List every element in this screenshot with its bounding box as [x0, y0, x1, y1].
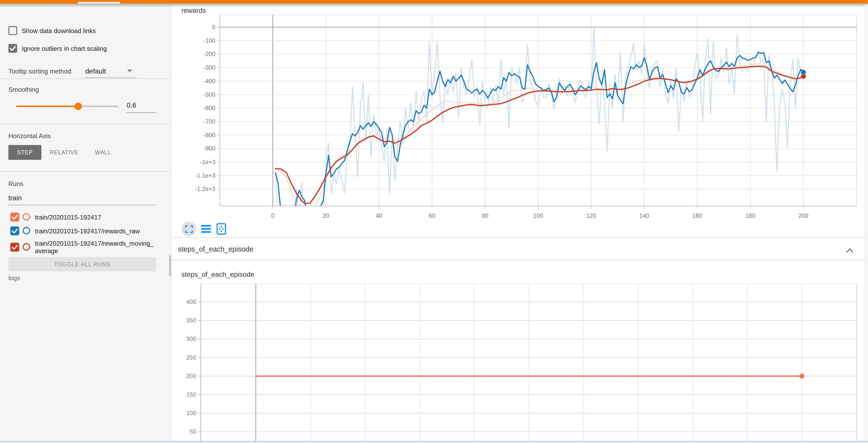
- steps-of-each-episode-chart[interactable]: 40035030025020015010050: [172, 261, 868, 443]
- svg-text:-1e+3: -1e+3: [200, 158, 215, 165]
- svg-text:140: 140: [639, 212, 649, 219]
- chart-toolbar: [181, 221, 227, 237]
- expand-chart-icon[interactable]: [181, 222, 196, 236]
- steps-chart-title: steps_of_each_episode: [181, 270, 254, 278]
- rewards-chart[interactable]: 0-100-200-300-400-500-600-700-800-900-1e…: [172, 7, 868, 238]
- run-color-circle[interactable]: [23, 227, 30, 234]
- run-checkbox[interactable]: [10, 243, 19, 252]
- ignore-outliers-checkbox[interactable]: [8, 44, 17, 53]
- svg-text:-700: -700: [204, 118, 215, 125]
- svg-text:-900: -900: [204, 145, 215, 152]
- runs-group-logs-label: logs: [8, 274, 20, 282]
- svg-text:180: 180: [745, 212, 755, 219]
- axis-wall-button[interactable]: WALL: [89, 145, 117, 160]
- check-icon: [9, 45, 17, 52]
- svg-text:100: 100: [533, 212, 543, 219]
- check-icon: [11, 243, 19, 251]
- horizontal-axis-label: Horizontal Axis: [8, 132, 51, 140]
- toggle-log-scale-icon[interactable]: [200, 224, 212, 234]
- vertical-scrollbar-track[interactable]: [865, 4, 868, 441]
- smoothing-slider-thumb[interactable]: [74, 102, 82, 110]
- smoothing-value-input[interactable]: [127, 101, 156, 109]
- tensorboard-app: Show data download links Ignore outliers…: [0, 0, 868, 443]
- settings-sidebar: Show data download links Ignore outliers…: [0, 3, 172, 443]
- show-data-download-links-checkbox[interactable]: [8, 26, 17, 35]
- axis-step-button[interactable]: STEP: [8, 145, 41, 160]
- app-header-bar: [0, 0, 868, 3]
- svg-text:-100: -100: [204, 37, 215, 44]
- active-tab-indicator: [78, 2, 120, 3]
- svg-text:250: 250: [186, 354, 196, 361]
- run-checkbox[interactable]: [10, 227, 19, 235]
- svg-text:60: 60: [429, 212, 435, 219]
- svg-text:100: 100: [186, 410, 196, 416]
- svg-text:-1.2e+3: -1.2e+3: [195, 185, 215, 192]
- section-header-steps-of-each-episode[interactable]: steps_of_each_episode: [172, 238, 868, 260]
- section-title: steps_of_each_episode: [178, 245, 253, 253]
- fit-domain-to-data-icon[interactable]: [216, 224, 227, 234]
- runs-filter-input[interactable]: [8, 194, 154, 202]
- horizontal-scrollbar-edge[interactable]: [0, 441, 868, 443]
- svg-text:150: 150: [186, 391, 196, 398]
- run-checkbox[interactable]: [10, 213, 19, 222]
- svg-text:-300: -300: [204, 64, 215, 71]
- tooltip-sorting-label: Tooltip sorting method:: [8, 67, 73, 75]
- tooltip-sorting-dropdown[interactable]: default: [85, 67, 106, 75]
- divider: [172, 260, 868, 261]
- runs-label: Runs: [8, 180, 23, 187]
- run-row: train/20201015-192417/rewards_raw: [0, 227, 172, 236]
- ignore-outliers-label: Ignore outliers in chart scaling: [22, 45, 107, 52]
- chevron-up-icon[interactable]: [846, 246, 853, 255]
- svg-text:160: 160: [692, 212, 702, 219]
- svg-text:350: 350: [186, 317, 196, 324]
- tooltip-sorting-underline: [85, 78, 136, 78]
- svg-text:-1.1e+3: -1.1e+3: [195, 172, 215, 179]
- run-row: train/20201015-192417: [0, 213, 172, 223]
- header-shadow: [0, 3, 868, 7]
- svg-text:-500: -500: [204, 91, 215, 98]
- svg-text:300: 300: [186, 335, 196, 342]
- run-name: train/20201015-192417/rewards_moving_ave…: [35, 240, 156, 255]
- svg-text:80: 80: [482, 212, 489, 219]
- divider: [0, 79, 172, 79]
- sidebar-scrollbar-thumb[interactable]: [169, 255, 171, 276]
- smoothing-slider[interactable]: [16, 106, 119, 107]
- svg-text:200: 200: [799, 212, 808, 219]
- check-icon: [11, 227, 19, 235]
- svg-text:-800: -800: [204, 132, 215, 138]
- run-color-circle[interactable]: [23, 213, 30, 220]
- axis-relative-button[interactable]: RELATIVE: [47, 145, 81, 160]
- svg-text:40: 40: [376, 212, 382, 219]
- run-row: train/20201015-192417/rewards_moving_ave…: [0, 239, 172, 256]
- svg-text:50: 50: [189, 428, 196, 435]
- svg-text:200: 200: [186, 373, 196, 379]
- run-name: train/20201015-192417/rewards_raw: [35, 228, 156, 235]
- divider: [0, 171, 172, 172]
- toggle-all-runs-button[interactable]: TOGGLE ALL RUNS: [8, 257, 156, 271]
- smoothing-value-underline: [127, 113, 156, 113]
- svg-text:-200: -200: [204, 51, 215, 57]
- runs-filter-underline: [8, 205, 155, 205]
- check-icon: [11, 213, 19, 221]
- svg-text:-600: -600: [204, 105, 215, 111]
- svg-text:20: 20: [322, 212, 329, 219]
- svg-text:400: 400: [186, 298, 196, 305]
- svg-text:-400: -400: [204, 78, 215, 84]
- show-data-download-links-label: Show data download links: [22, 27, 96, 34]
- svg-text:0: 0: [212, 24, 215, 30]
- divider: [0, 124, 172, 124]
- smoothing-slider-fill: [16, 106, 78, 107]
- run-color-circle[interactable]: [23, 243, 30, 250]
- svg-text:0: 0: [271, 212, 274, 219]
- svg-text:120: 120: [586, 212, 596, 219]
- smoothing-label: Smoothing: [8, 86, 39, 93]
- run-name: train/20201015-192417: [35, 214, 156, 221]
- dropdown-caret-icon[interactable]: [127, 69, 132, 72]
